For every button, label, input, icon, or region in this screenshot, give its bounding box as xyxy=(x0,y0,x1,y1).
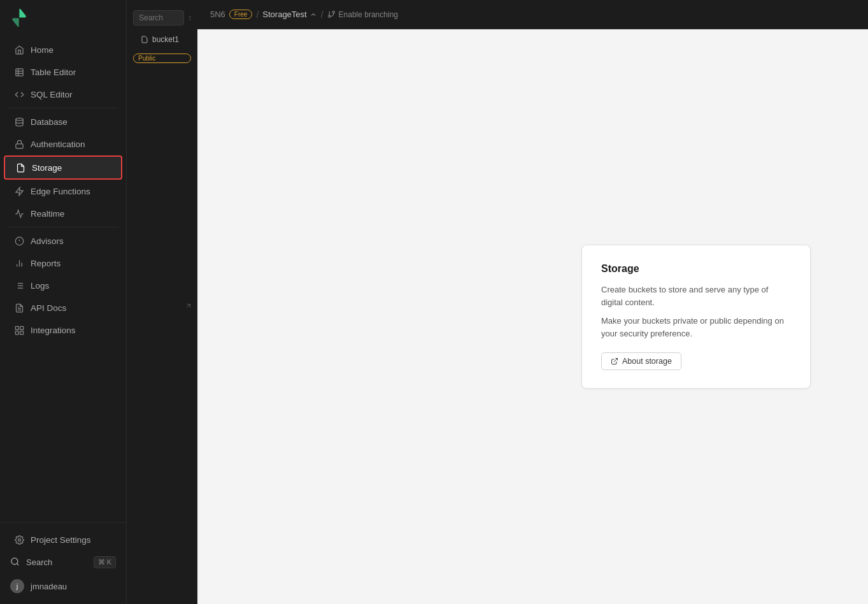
storage-card-title: Storage xyxy=(601,263,791,275)
svg-point-25 xyxy=(18,538,20,541)
svg-rect-22 xyxy=(20,326,23,329)
sidebar-item-label: Integrations xyxy=(31,326,76,335)
bucket-search-input[interactable] xyxy=(133,10,184,25)
search-label: Search xyxy=(26,557,52,567)
sidebar-item-label: Edge Functions xyxy=(31,187,90,196)
chevron-updown-icon xyxy=(309,11,317,18)
project-name[interactable]: StorageTest xyxy=(262,10,317,19)
sidebar-item-database[interactable]: Database xyxy=(4,111,122,133)
sidebar-item-storage[interactable]: Storage xyxy=(4,155,122,180)
sidebar-bottom: Project Settings Search ⌘ K j jmnadeau xyxy=(0,522,126,604)
supabase-logo-icon xyxy=(10,9,28,27)
nav-divider xyxy=(8,108,118,108)
nav-divider-2 xyxy=(8,227,118,227)
sidebar-item-label: Database xyxy=(31,117,68,127)
svg-rect-0 xyxy=(15,68,22,75)
svg-rect-23 xyxy=(15,331,18,334)
svg-line-27 xyxy=(17,563,18,565)
sidebar-item-realtime[interactable]: Realtime xyxy=(4,203,122,224)
sidebar-item-label: Logs xyxy=(31,281,49,291)
content-area: Storage Create buckets to store and serv… xyxy=(197,29,868,604)
reports-icon xyxy=(14,258,24,268)
svg-rect-5 xyxy=(15,143,22,148)
sidebar-item-api-docs[interactable]: API Docs xyxy=(4,297,122,319)
sidebar: Home Table Editor SQL Editor Database xyxy=(0,0,126,604)
sidebar-item-label: SQL Editor xyxy=(31,90,73,99)
sidebar-item-project-settings[interactable]: Project Settings xyxy=(4,529,122,550)
sidebar-nav: Home Table Editor SQL Editor Database xyxy=(0,36,126,522)
storage-card-desc2: Make your buckets private or public depe… xyxy=(601,315,791,340)
sidebar-item-label: Authentication xyxy=(31,140,85,149)
sidebar-item-label: Advisors xyxy=(31,236,64,246)
separator-2: / xyxy=(321,10,324,20)
svg-point-30 xyxy=(332,11,334,13)
external-link-icon xyxy=(611,357,618,365)
sidebar-item-logs[interactable]: Logs xyxy=(4,275,122,296)
storage-info-card: Storage Create buckets to store and serv… xyxy=(581,245,811,389)
secondary-sidebar: ↕ bucket1 Public xyxy=(126,0,197,604)
svg-point-4 xyxy=(15,118,22,120)
bucket-icon xyxy=(141,36,148,43)
separator-1: / xyxy=(256,10,259,20)
sidebar-item-edge-functions[interactable]: Edge Functions xyxy=(4,180,122,202)
sidebar-item-integrations[interactable]: Integrations xyxy=(4,319,122,341)
svg-marker-6 xyxy=(15,187,22,196)
logs-icon xyxy=(14,280,24,291)
sidebar-item-label: Storage xyxy=(32,163,62,173)
svg-rect-24 xyxy=(20,331,23,334)
home-icon xyxy=(14,45,24,55)
enable-branching-button[interactable]: Enable branching xyxy=(327,10,398,19)
public-badge: Public xyxy=(133,54,191,63)
bucket-item[interactable]: bucket1 xyxy=(133,31,191,48)
sidebar-item-label: API Docs xyxy=(31,303,66,313)
about-storage-button[interactable]: About storage xyxy=(601,352,681,370)
sidebar-item-label: Table Editor xyxy=(31,68,76,77)
enable-branching-label: Enable branching xyxy=(339,10,398,19)
api-icon xyxy=(14,303,24,313)
project-id: 5N6 xyxy=(210,10,225,19)
search-icon xyxy=(10,557,20,568)
username: jmnadeau xyxy=(31,582,67,591)
settings-icon xyxy=(14,535,24,545)
sort-icon[interactable]: ↕ xyxy=(188,13,192,22)
branch-icon xyxy=(327,10,336,18)
sidebar-item-home[interactable]: Home xyxy=(4,39,122,61)
database-icon xyxy=(14,117,24,127)
sidebar-item-advisors[interactable]: Advisors xyxy=(4,230,122,252)
topbar-project-info: 5N6 Free / StorageTest / Enable branchin… xyxy=(210,10,398,20)
sidebar-item-authentication[interactable]: Authentication xyxy=(4,133,122,155)
svg-point-31 xyxy=(328,15,330,17)
sql-icon xyxy=(14,89,24,99)
user-avatar: j xyxy=(10,579,24,593)
sidebar-item-label: Reports xyxy=(31,259,60,268)
svg-point-26 xyxy=(11,557,18,564)
sidebar-item-table-editor[interactable]: Table Editor xyxy=(4,61,122,83)
project-settings-label: Project Settings xyxy=(31,535,91,545)
advisors-icon xyxy=(14,236,24,246)
auth-icon xyxy=(14,139,24,149)
svg-line-32 xyxy=(614,359,618,363)
user-profile[interactable]: j jmnadeau xyxy=(0,573,126,599)
main-content: 5N6 Free / StorageTest / Enable branchin… xyxy=(197,0,868,604)
sidebar-item-sql-editor[interactable]: SQL Editor xyxy=(4,83,122,105)
storage-icon xyxy=(15,162,25,173)
search-left: Search xyxy=(10,557,52,568)
storage-card-desc1: Create buckets to store and serve any ty… xyxy=(601,284,791,308)
svg-rect-21 xyxy=(15,326,18,329)
topbar: 5N6 Free / StorageTest / Enable branchin… xyxy=(197,0,868,29)
expand-arrow-icon xyxy=(185,302,192,310)
sidebar-item-label: Home xyxy=(31,45,53,55)
edge-icon xyxy=(14,186,24,196)
sidebar-search[interactable]: Search ⌘ K xyxy=(0,551,126,573)
plan-badge: Free xyxy=(229,10,253,19)
table-icon xyxy=(14,67,24,77)
search-shortcut-kbd: ⌘ K xyxy=(94,556,116,568)
app-logo[interactable] xyxy=(0,0,126,36)
svg-line-28 xyxy=(187,305,190,308)
expand-button[interactable] xyxy=(185,302,192,312)
integrations-icon xyxy=(14,325,24,335)
sidebar-item-reports[interactable]: Reports xyxy=(4,252,122,274)
realtime-icon xyxy=(14,208,24,219)
sidebar-item-label: Realtime xyxy=(31,209,64,219)
about-storage-label: About storage xyxy=(622,357,672,366)
